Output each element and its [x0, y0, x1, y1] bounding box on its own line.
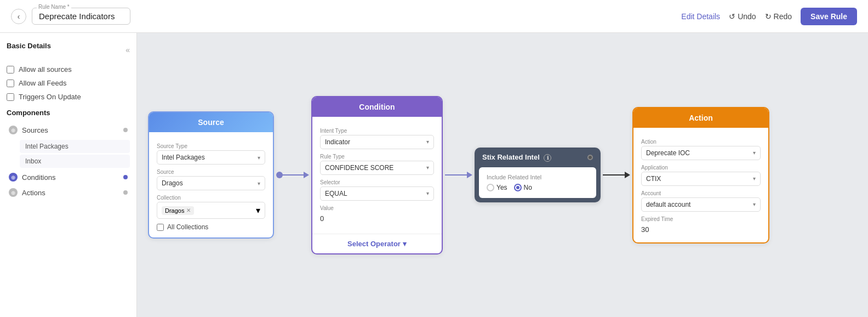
no-label: No: [524, 184, 532, 191]
select-operator-chevron: ▾: [403, 240, 407, 248]
arrow-head-2: [467, 172, 472, 178]
yes-option[interactable]: Yes: [487, 184, 507, 191]
stix-card-header: Stix Related Intel ℹ: [475, 148, 601, 167]
sources-bullet: ⊕: [9, 126, 18, 134]
undo-label: Undo: [738, 12, 756, 21]
selector-value: EQUAL: [325, 190, 347, 197]
selector-chevron: ▾: [426, 190, 429, 196]
conditions-bullet: ⊕: [9, 173, 18, 182]
value-display: 0: [320, 212, 434, 227]
collection-tag: Dragos ✕: [162, 206, 194, 215]
action-card: Action Action Deprecate IOC ▾ Applicatio…: [632, 107, 769, 244]
source-card-body: Source Type Intel Packages ▾ Source Drag…: [149, 132, 273, 237]
condition-card-body: Intent Type Indicator ▾ Rule Type CONFID…: [312, 117, 442, 234]
rule-type-value: CONFIDENCE SCORE: [325, 164, 393, 172]
collection-tag-remove[interactable]: ✕: [186, 207, 191, 213]
rule-name-box: Rule Name * Deprecate Indicators: [32, 8, 130, 25]
expired-time-value: 30: [641, 223, 761, 236]
sources-label: Sources: [22, 126, 48, 134]
allow-all-feeds-row[interactable]: Allow all Feeds: [7, 79, 130, 87]
no-option[interactable]: No: [514, 184, 532, 191]
intent-type-chevron: ▾: [426, 139, 429, 145]
actions-bullet: ⊕: [9, 188, 18, 197]
rule-type-select[interactable]: CONFIDENCE SCORE ▾: [320, 161, 434, 175]
sources-label-group: ⊕ Sources: [9, 126, 48, 134]
source-value: Dragos: [162, 179, 183, 187]
header-right: Edit Details ↺ Undo ↻ Redo Save Rule: [681, 8, 857, 25]
source-type-chevron: ▾: [258, 155, 260, 161]
all-collections-checkbox[interactable]: [157, 224, 164, 231]
triggers-on-update-label: Triggers On Update: [19, 93, 81, 101]
intent-type-label: Intent Type: [320, 128, 434, 134]
yes-label: Yes: [496, 184, 507, 191]
action-label: Action: [641, 139, 761, 145]
sources-badge: [123, 128, 128, 132]
inbox-subitem[interactable]: Inbox: [20, 155, 130, 168]
header: ‹ Rule Name * Deprecate Indicators Edit …: [0, 0, 868, 33]
redo-button[interactable]: ↻ Redo: [765, 12, 792, 21]
source-card: Source Source Type Intel Packages ▾ Sour…: [148, 111, 274, 239]
source-type-value: Intel Packages: [162, 154, 205, 161]
source-select[interactable]: Dragos ▾: [157, 176, 265, 190]
radio-row: Yes No: [487, 184, 589, 191]
collection-field: Dragos ✕ ▾: [157, 202, 265, 219]
all-collections-label: All Collections: [167, 223, 208, 231]
stix-body: Include Related Intel Yes No: [479, 167, 596, 198]
triggers-on-update-checkbox[interactable]: [7, 93, 14, 101]
undo-button[interactable]: ↺ Undo: [729, 12, 756, 21]
intent-type-value: Indicator: [325, 138, 350, 146]
account-value: default account: [646, 201, 690, 208]
all-collections-row[interactable]: All Collections: [157, 223, 265, 231]
allow-all-sources-row[interactable]: Allow all sources: [7, 65, 130, 73]
select-operator-button[interactable]: Select Operator ▾: [312, 234, 442, 253]
arrow-stix-action: [603, 172, 630, 178]
application-label: Application: [641, 165, 761, 171]
source-card-header: Source: [149, 112, 273, 132]
conditions-badge: [123, 175, 128, 179]
condition-card: Condition Intent Type Indicator ▾ Rule T…: [311, 96, 443, 254]
conditions-component-row[interactable]: ⊕ Conditions: [7, 169, 130, 185]
redo-label: Redo: [774, 12, 792, 21]
rule-type-label: Rule Type: [320, 154, 434, 160]
stix-info-icon: ℹ: [544, 154, 551, 162]
header-left: ‹ Rule Name * Deprecate Indicators: [11, 8, 130, 25]
collection-label: Collection: [157, 195, 265, 201]
allow-all-sources-checkbox[interactable]: [7, 66, 14, 73]
triggers-on-update-row[interactable]: Triggers On Update: [7, 93, 130, 101]
rule-name-value: Deprecate Indicators: [39, 12, 115, 21]
no-radio-circle: [514, 184, 522, 191]
selector-select[interactable]: EQUAL ▾: [320, 186, 434, 201]
actions-label-group: ⊕ Actions: [9, 188, 45, 197]
undo-icon: ↺: [729, 12, 735, 21]
source-type-select[interactable]: Intel Packages ▾: [157, 150, 265, 165]
stix-connect-dot[interactable]: [587, 155, 593, 160]
application-select[interactable]: CTIX ▾: [641, 172, 761, 186]
sources-component-row[interactable]: ⊕ Sources: [7, 122, 130, 138]
main-content: Basic Details « Allow all sources Allow …: [0, 33, 868, 317]
action-select[interactable]: Deprecate IOC ▾: [641, 146, 761, 160]
application-value: CTIX: [646, 175, 661, 183]
allow-all-sources-label: Allow all sources: [19, 65, 72, 73]
action-chevron: ▾: [753, 150, 756, 156]
account-select[interactable]: default account ▾: [641, 197, 761, 212]
account-label: Account: [641, 190, 761, 196]
save-rule-button[interactable]: Save Rule: [801, 8, 857, 25]
conditions-label: Conditions: [22, 173, 55, 182]
value-label: Value: [320, 205, 434, 211]
conditions-label-group: ⊕ Conditions: [9, 173, 55, 182]
edit-details-button[interactable]: Edit Details: [681, 12, 720, 21]
arrow-line-2: [445, 174, 467, 176]
collection-chevron: ▾: [256, 205, 260, 216]
actions-component-row[interactable]: ⊕ Actions: [7, 185, 130, 200]
account-chevron: ▾: [753, 201, 756, 207]
action-value: Deprecate IOC: [646, 149, 690, 157]
basic-details-title: Basic Details: [7, 42, 51, 50]
stix-header-text: Stix Related Intel ℹ: [482, 153, 551, 162]
back-button[interactable]: ‹: [11, 9, 26, 24]
intel-packages-subitem[interactable]: Intel Packages: [20, 140, 130, 153]
allow-all-feeds-checkbox[interactable]: [7, 80, 14, 87]
collapse-button[interactable]: «: [125, 46, 130, 54]
selector-label: Selector: [320, 179, 434, 185]
intent-type-select[interactable]: Indicator ▾: [320, 135, 434, 149]
collection-tag-text: Dragos: [165, 207, 184, 214]
